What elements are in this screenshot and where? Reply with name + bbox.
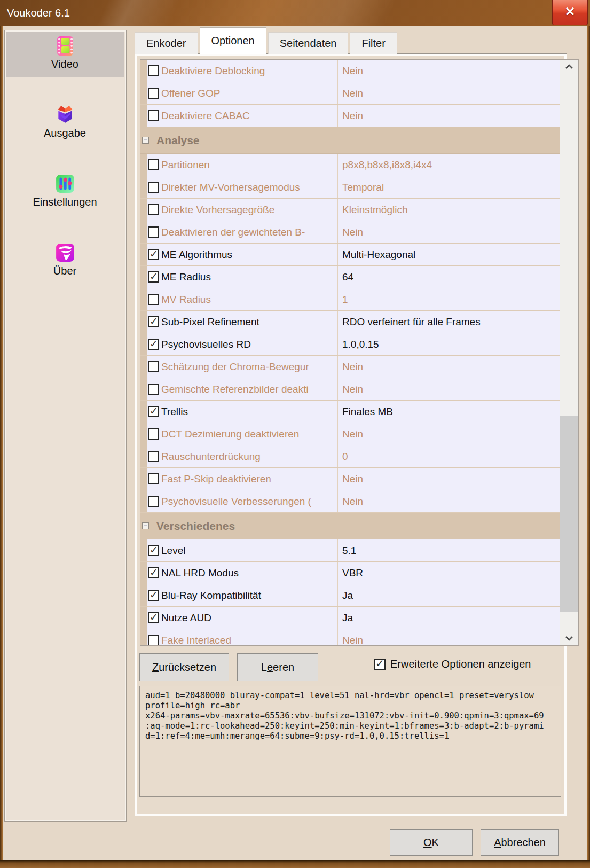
option-value[interactable]: Nein — [337, 490, 560, 512]
option-checkbox[interactable] — [148, 88, 159, 99]
table-row[interactable]: Offener GOP Nein — [140, 82, 560, 105]
film-icon — [6, 32, 124, 57]
table-row[interactable]: Sub-Pixel Refinement RDO verfeinert für … — [140, 311, 560, 333]
table-row[interactable]: Nutze AUD Ja — [140, 607, 560, 629]
option-checkbox[interactable] — [148, 361, 159, 372]
scrollbar-thumb[interactable] — [560, 416, 578, 612]
table-row[interactable]: MV Radius 1 — [140, 288, 560, 311]
option-checkbox[interactable] — [148, 271, 159, 283]
option-checkbox[interactable] — [148, 496, 159, 507]
option-checkbox[interactable] — [148, 339, 159, 350]
option-checkbox[interactable] — [148, 384, 159, 395]
option-checkbox[interactable] — [148, 159, 159, 170]
option-value[interactable]: Finales MB — [337, 401, 560, 423]
option-checkbox[interactable] — [148, 406, 159, 417]
option-value[interactable]: Multi-Hexagonal — [337, 244, 560, 265]
reset-button[interactable]: Zurücksetzen — [139, 653, 229, 681]
clear-button[interactable]: Leeren — [237, 653, 318, 681]
encoder-params-textarea[interactable]: aud=1 b=20480000 bluray-compat=1 level=5… — [139, 686, 561, 797]
tab-seitendaten[interactable]: Seitendaten — [268, 32, 349, 54]
sidebar-item-label: Einstellungen — [6, 196, 124, 208]
option-value[interactable]: Nein — [337, 105, 560, 127]
tab-optionen[interactable]: Optionen — [200, 27, 266, 54]
option-value[interactable]: Ja — [337, 607, 560, 629]
option-checkbox[interactable] — [148, 635, 159, 646]
option-checkbox[interactable] — [148, 428, 159, 440]
option-value[interactable]: 5.1 — [337, 539, 560, 561]
option-value[interactable]: p8x8,b8x8,i8x8,i4x4 — [337, 154, 560, 176]
option-value[interactable]: 64 — [337, 266, 560, 288]
table-row[interactable]: Fake Interlaced Nein — [140, 629, 560, 646]
option-value[interactable]: 0 — [337, 445, 560, 467]
advanced-options-label[interactable]: Erweiterte Optionen anzeigen — [390, 658, 531, 670]
option-checkbox[interactable] — [148, 473, 159, 484]
table-row[interactable]: DCT Dezimierung deaktivieren Nein — [140, 423, 560, 445]
table-row[interactable]: Schätzung der Chroma-Bewegur Nein — [140, 356, 560, 378]
collapse-minus-icon[interactable] — [142, 522, 149, 529]
advanced-options-checkbox[interactable] — [374, 659, 386, 670]
ok-button[interactable]: OK — [390, 829, 473, 856]
table-row[interactable]: Direkte Vorhersagegröße Kleinstmöglich — [140, 199, 560, 221]
option-value[interactable]: Nein — [337, 82, 560, 104]
table-row[interactable]: Blu-Ray Kompatibilität Ja — [140, 584, 560, 607]
table-row[interactable]: Level 5.1 — [140, 539, 560, 562]
option-value[interactable]: Nein — [337, 423, 560, 445]
option-value[interactable]: 1.0,0.15 — [337, 333, 560, 355]
option-label: Psychovisuelles RD — [160, 339, 337, 350]
collapse-minus-icon[interactable] — [142, 137, 149, 144]
option-checkbox[interactable] — [148, 182, 159, 193]
section-label: Analyse — [156, 134, 200, 147]
table-row[interactable]: ME Algorithmus Multi-Hexagonal — [140, 244, 560, 266]
sidebar-item-label: Video — [6, 58, 124, 71]
table-row[interactable]: Psychovisuelle Verbesserungen ( Nein — [140, 490, 560, 513]
option-checkbox[interactable] — [148, 316, 159, 327]
option-value[interactable]: 1 — [337, 288, 560, 310]
sidebar-item-einstellungen[interactable]: Einstellungen — [6, 169, 124, 215]
table-row[interactable]: NAL HRD Modus VBR — [140, 562, 560, 584]
option-checkbox[interactable] — [148, 65, 159, 76]
option-checkbox[interactable] — [148, 204, 159, 215]
table-row[interactable]: Deaktivieren der gewichteten B- Nein — [140, 221, 560, 244]
option-value[interactable]: RDO verfeinert für alle Frames — [337, 311, 560, 333]
option-value[interactable]: VBR — [337, 562, 560, 584]
sidebar-item-video[interactable]: Video — [6, 32, 124, 77]
option-checkbox[interactable] — [148, 545, 159, 556]
option-checkbox[interactable] — [148, 294, 159, 305]
option-value[interactable]: Ja — [337, 584, 560, 606]
table-row[interactable]: Gemischte Referenzbilder deakti Nein — [140, 378, 560, 401]
close-button[interactable]: ✕ — [552, 0, 588, 25]
sidebar-item-ausgabe[interactable]: Ausgabe — [6, 100, 124, 146]
option-checkbox[interactable] — [148, 567, 159, 578]
option-checkbox[interactable] — [148, 590, 159, 601]
tab-enkoder[interactable]: Enkoder — [135, 32, 198, 54]
sidebar-item-ueber[interactable]: Über — [6, 238, 124, 284]
option-value[interactable]: Temporal — [337, 176, 560, 198]
option-value[interactable]: Nein — [337, 356, 560, 378]
option-value[interactable]: Nein — [337, 468, 560, 490]
scroll-up-button[interactable] — [560, 60, 578, 74]
table-row[interactable]: Partitionen p8x8,b8x8,i8x8,i4x4 — [140, 154, 560, 176]
scroll-down-button[interactable] — [560, 631, 578, 645]
option-label: Blu-Ray Kompatibilität — [160, 590, 337, 601]
table-row[interactable]: Deaktiviere CABAC Nein — [140, 105, 560, 127]
cancel-button[interactable]: Abbrechen — [481, 829, 559, 856]
option-checkbox[interactable] — [148, 226, 159, 238]
option-value[interactable]: Nein — [337, 629, 560, 646]
table-row[interactable]: Deaktiviere Deblocking Nein — [140, 60, 560, 82]
option-value[interactable]: Nein — [337, 378, 560, 400]
table-row[interactable]: Direkter MV-Vorhersagemodus Temporal — [140, 176, 560, 199]
option-value[interactable]: Nein — [337, 221, 560, 243]
option-checkbox[interactable] — [148, 249, 159, 260]
table-row[interactable]: Psychovisuelles RD 1.0,0.15 — [140, 333, 560, 356]
option-checkbox[interactable] — [148, 110, 159, 121]
table-row[interactable]: Rauschunterdrückung 0 — [140, 445, 560, 468]
option-checkbox[interactable] — [148, 612, 159, 623]
option-checkbox[interactable] — [148, 451, 159, 462]
scrollbar-track[interactable] — [560, 60, 578, 645]
option-value[interactable]: Kleinstmöglich — [337, 199, 560, 221]
option-value[interactable]: Nein — [337, 60, 560, 82]
table-row[interactable]: ME Radius 64 — [140, 266, 560, 288]
table-row[interactable]: Trellis Finales MB — [140, 401, 560, 423]
tab-filter[interactable]: Filter — [350, 32, 397, 54]
table-row[interactable]: Fast P-Skip deaktivieren Nein — [140, 468, 560, 490]
